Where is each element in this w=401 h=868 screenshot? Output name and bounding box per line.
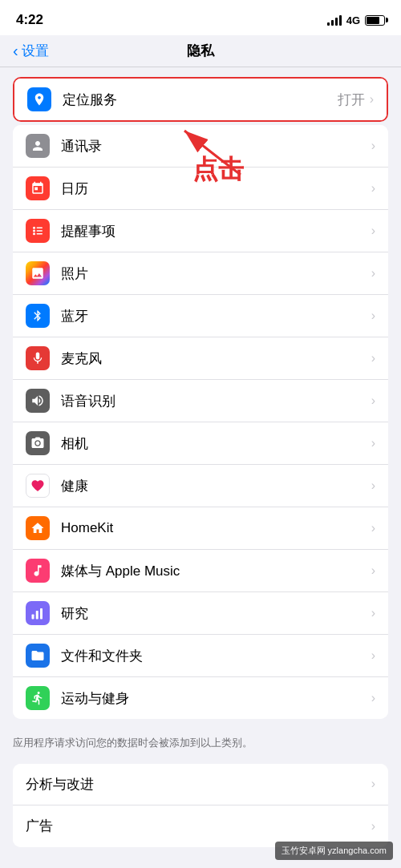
network-type: 4G bbox=[346, 14, 360, 26]
fitness-icon bbox=[26, 686, 50, 710]
research-item[interactable]: 研究 › bbox=[13, 592, 388, 635]
analytics-label: 分析与改进 bbox=[26, 775, 371, 793]
reminders-label: 提醒事项 bbox=[61, 222, 371, 240]
contacts-chevron: › bbox=[371, 139, 375, 153]
health-chevron: › bbox=[371, 478, 375, 493]
svg-rect-8 bbox=[36, 611, 38, 620]
privacy-menu-section: 通讯录 › 日历 › bbox=[13, 125, 388, 719]
photos-icon bbox=[26, 261, 50, 285]
music-item[interactable]: 媒体与 Apple Music › bbox=[13, 550, 388, 592]
research-icon bbox=[26, 601, 50, 625]
calendar-chevron: › bbox=[371, 181, 375, 196]
microphone-label: 麦克风 bbox=[61, 349, 371, 368]
microphone-item[interactable]: 麦克风 › bbox=[13, 337, 388, 380]
ads-label: 广告 bbox=[26, 817, 371, 835]
svg-point-1 bbox=[33, 227, 35, 229]
fitness-chevron: › bbox=[371, 691, 375, 705]
calendar-label: 日历 bbox=[61, 180, 371, 198]
reminders-item[interactable]: 提醒事项 › bbox=[13, 210, 388, 252]
homekit-item[interactable]: HomeKit › bbox=[13, 507, 388, 550]
bluetooth-label: 蓝牙 bbox=[61, 307, 371, 325]
ads-chevron: › bbox=[371, 819, 375, 834]
files-icon bbox=[26, 644, 50, 668]
fitness-label: 运动与健身 bbox=[61, 689, 371, 708]
status-bar: 4:22 4G bbox=[0, 0, 401, 35]
ads-item[interactable]: 广告 › bbox=[13, 805, 388, 847]
bluetooth-icon bbox=[26, 304, 50, 328]
analytics-item[interactable]: 分析与改进 › bbox=[13, 764, 388, 805]
contacts-item[interactable]: 通讯录 › bbox=[13, 125, 388, 168]
camera-chevron: › bbox=[371, 436, 375, 450]
svg-rect-4 bbox=[37, 228, 43, 229]
files-item[interactable]: 文件和文件夹 › bbox=[13, 635, 388, 677]
camera-label: 相机 bbox=[61, 434, 371, 453]
location-icon bbox=[27, 87, 51, 111]
speech-chevron: › bbox=[371, 394, 375, 408]
battery-icon bbox=[365, 15, 385, 26]
fitness-item[interactable]: 运动与健身 › bbox=[13, 677, 388, 719]
signal-icon bbox=[327, 14, 342, 26]
homekit-label: HomeKit bbox=[61, 520, 371, 536]
reminders-icon bbox=[26, 219, 50, 243]
svg-rect-9 bbox=[40, 608, 43, 620]
health-label: 健康 bbox=[61, 477, 371, 495]
location-services-wrapper: 定位服务 打开 › bbox=[13, 77, 388, 122]
back-button[interactable]: ‹ 设置 bbox=[13, 42, 49, 60]
reminders-chevron: › bbox=[371, 224, 375, 238]
nav-bar: ‹ 设置 隐私 bbox=[0, 35, 401, 67]
status-icons: 4G bbox=[327, 14, 385, 26]
microphone-icon bbox=[26, 346, 50, 370]
watermark: 玉竹安卓网 yzlangcha.com bbox=[275, 842, 393, 860]
music-chevron: › bbox=[371, 563, 375, 578]
page-title: 隐私 bbox=[187, 42, 214, 60]
svg-rect-7 bbox=[32, 615, 34, 620]
location-services-border: 定位服务 打开 › bbox=[13, 77, 388, 122]
health-icon bbox=[26, 474, 50, 498]
homekit-icon bbox=[26, 516, 50, 540]
svg-point-3 bbox=[33, 232, 35, 235]
contacts-icon bbox=[26, 134, 50, 158]
location-services-label: 定位服务 bbox=[63, 91, 338, 109]
speech-label: 语音识别 bbox=[61, 392, 371, 410]
location-chevron-icon: › bbox=[370, 92, 374, 107]
back-label: 设置 bbox=[22, 42, 49, 60]
svg-rect-5 bbox=[37, 230, 43, 232]
back-chevron-icon: ‹ bbox=[13, 42, 18, 60]
status-time: 4:22 bbox=[16, 12, 43, 28]
svg-rect-6 bbox=[37, 233, 43, 235]
photos-chevron: › bbox=[371, 266, 375, 281]
calendar-icon bbox=[26, 176, 50, 200]
camera-icon bbox=[26, 431, 50, 455]
bluetooth-item[interactable]: 蓝牙 › bbox=[13, 295, 388, 337]
location-services-item[interactable]: 定位服务 打开 › bbox=[14, 79, 387, 120]
bluetooth-chevron: › bbox=[371, 309, 375, 323]
camera-item[interactable]: 相机 › bbox=[13, 422, 388, 465]
location-services-value: 打开 bbox=[338, 91, 365, 109]
microphone-chevron: › bbox=[371, 351, 375, 365]
research-label: 研究 bbox=[61, 604, 371, 623]
photos-label: 照片 bbox=[61, 264, 371, 283]
files-label: 文件和文件夹 bbox=[61, 647, 371, 665]
svg-point-2 bbox=[33, 230, 35, 232]
files-chevron: › bbox=[371, 648, 375, 663]
music-label: 媒体与 Apple Music bbox=[61, 562, 371, 580]
contacts-label: 通讯录 bbox=[61, 137, 371, 155]
speech-item[interactable]: 语音识别 › bbox=[13, 380, 388, 422]
speech-icon bbox=[26, 389, 50, 413]
note-text: 应用程序请求访问您的数据时会被添加到以上类别。 bbox=[0, 729, 401, 761]
research-chevron: › bbox=[371, 606, 375, 620]
music-icon bbox=[26, 559, 50, 583]
calendar-item[interactable]: 日历 › bbox=[13, 168, 388, 210]
photos-item[interactable]: 照片 › bbox=[13, 252, 388, 295]
homekit-chevron: › bbox=[371, 521, 375, 535]
health-item[interactable]: 健康 › bbox=[13, 465, 388, 507]
bottom-section: 分析与改进 › 广告 › bbox=[13, 764, 388, 847]
analytics-chevron: › bbox=[371, 777, 375, 791]
